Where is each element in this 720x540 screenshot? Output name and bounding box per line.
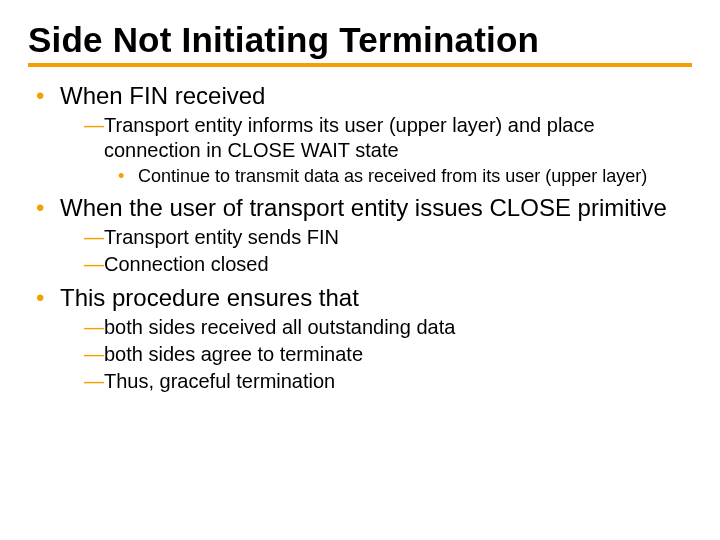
bullet-text: both sides received all outstanding data	[104, 316, 455, 338]
dash-icon: —	[84, 114, 104, 136]
slide: Side Not Initiating Termination When FIN…	[0, 0, 720, 540]
bullet-3-sub-3: —Thus, graceful termination	[28, 369, 692, 394]
bullet-text: Connection closed	[104, 253, 269, 275]
bullet-2-sub-2: —Connection closed	[28, 252, 692, 277]
dash-icon: —	[84, 253, 104, 275]
bullet-text: Transport entity informs its user (upper…	[104, 114, 595, 161]
bullet-1: When FIN received	[28, 81, 692, 111]
dash-icon: —	[84, 343, 104, 365]
bullet-2: When the user of transport entity issues…	[28, 193, 692, 223]
bullet-2-sub-1: —Transport entity sends FIN	[28, 225, 692, 250]
title-rule	[28, 63, 692, 67]
slide-title: Side Not Initiating Termination	[28, 22, 692, 59]
bullet-1-sub-1: —Transport entity informs its user (uppe…	[28, 113, 692, 163]
bullet-3-sub-2: —both sides agree to terminate	[28, 342, 692, 367]
bullet-1-sub-1a: Continue to transmit data as received fr…	[28, 165, 692, 188]
bullet-3: This procedure ensures that	[28, 283, 692, 313]
bullet-text: Thus, graceful termination	[104, 370, 335, 392]
dash-icon: —	[84, 370, 104, 392]
bullet-text: Transport entity sends FIN	[104, 226, 339, 248]
dash-icon: —	[84, 316, 104, 338]
dash-icon: —	[84, 226, 104, 248]
bullet-3-sub-1: —both sides received all outstanding dat…	[28, 315, 692, 340]
bullet-text: both sides agree to terminate	[104, 343, 363, 365]
